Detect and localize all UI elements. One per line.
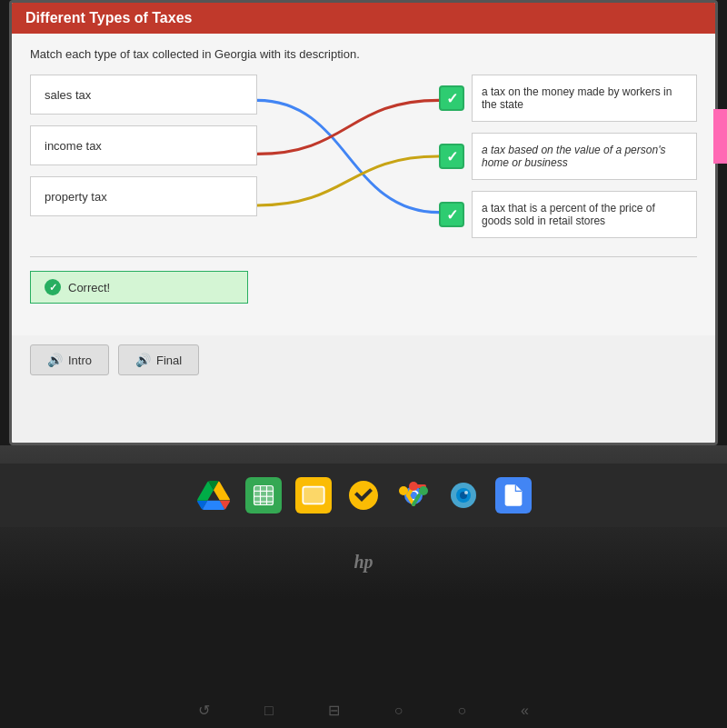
svg-point-12 — [409, 482, 418, 491]
check-box-2: ✓ — [439, 144, 464, 169]
taskbar-icon-file[interactable] — [495, 477, 532, 514]
left-item-sales[interactable]: sales tax — [30, 75, 257, 115]
check-box-1: ✓ — [439, 85, 464, 111]
speaker-icon-intro: 🔊 — [47, 353, 63, 367]
title-bar: Different Types of Taxes — [12, 3, 715, 34]
correct-label: Correct! — [68, 281, 110, 294]
svg-point-18 — [464, 491, 468, 494]
svg-point-14 — [399, 486, 408, 495]
taskbar — [0, 464, 727, 527]
lines-area — [257, 75, 439, 238]
left-column: sales tax income tax property tax — [30, 75, 257, 238]
intro-button[interactable]: 🔊 Intro — [30, 344, 109, 375]
right-item-desc2[interactable]: a tax based on the value of a person's h… — [472, 133, 697, 180]
right-item-desc3[interactable]: a tax that is a percent of the price of … — [472, 191, 697, 238]
key-window: □ — [264, 703, 274, 719]
page-title: Different Types of Taxes — [25, 10, 192, 25]
taskbar-icon-chrome[interactable] — [395, 477, 432, 514]
matching-area: sales tax income tax property tax — [30, 75, 697, 238]
check-box-3: ✓ — [439, 202, 464, 227]
taskbar-icon-eye[interactable] — [445, 477, 482, 514]
key-refresh: ↺ — [198, 702, 210, 719]
check-mark-2: ✓ — [446, 148, 458, 165]
taskbar-icon-slides[interactable] — [295, 477, 332, 514]
check-mark-3: ✓ — [446, 206, 458, 224]
divider — [30, 256, 697, 257]
keyboard-area: ↺ □ ⊟ ○ ○ « — [0, 655, 727, 728]
main-content: Match each type of tax collected in Geor… — [12, 34, 715, 335]
left-item-income[interactable]: income tax — [30, 125, 257, 165]
key-arrows: « — [521, 703, 529, 719]
taskbar-icon-sheets[interactable] — [245, 477, 282, 514]
svg-point-13 — [419, 486, 428, 495]
speaker-icon-final: 🔊 — [135, 353, 151, 367]
key-circle2: ○ — [457, 703, 466, 719]
key-circle: ○ — [394, 703, 403, 719]
final-button[interactable]: 🔊 Final — [118, 344, 199, 375]
right-item-wrapper-1: ✓ a tax on the money made by workers in … — [439, 75, 697, 122]
content-area: Different Types of Taxes Match each type… — [12, 3, 715, 443]
check-mark-1: ✓ — [446, 90, 458, 107]
right-item-desc1[interactable]: a tax on the money made by workers in th… — [472, 75, 697, 122]
right-item-wrapper-3: ✓ a tax that is a percent of the price o… — [439, 191, 697, 238]
correct-icon: ✓ — [45, 279, 61, 295]
laptop-body: hp — [0, 445, 727, 600]
correct-feedback: ✓ Correct! — [30, 271, 248, 304]
taskbar-icon-drive[interactable] — [195, 477, 232, 514]
left-item-property[interactable]: property tax — [30, 176, 257, 216]
nav-buttons: 🔊 Intro 🔊 Final — [12, 335, 715, 384]
svg-rect-7 — [303, 487, 324, 504]
keyboard-row: ↺ □ ⊟ ○ ○ « — [198, 702, 529, 719]
right-item-wrapper-2: ✓ a tax based on the value of a person's… — [439, 133, 697, 180]
taskbar-icon-keep[interactable] — [345, 477, 382, 514]
key-multiwindow: ⊟ — [328, 702, 340, 719]
right-column: ✓ a tax on the money made by workers in … — [439, 75, 697, 238]
pink-accent — [713, 109, 727, 164]
hp-logo: hp — [354, 552, 373, 573]
instruction-text: Match each type of tax collected in Geor… — [30, 47, 697, 61]
laptop-screen: Different Types of Taxes Match each type… — [9, 0, 718, 445]
